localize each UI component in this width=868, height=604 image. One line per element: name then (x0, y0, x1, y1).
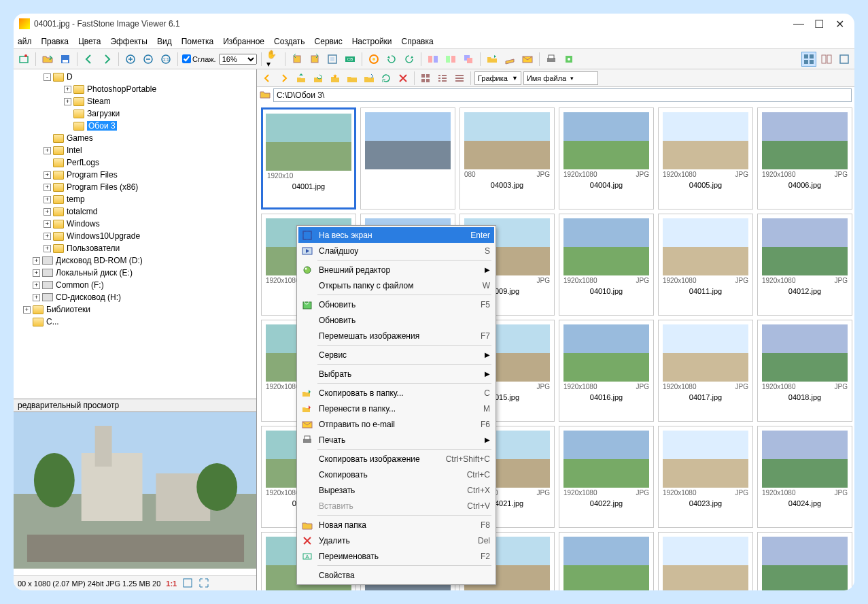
thumbnail[interactable] (559, 532, 654, 590)
mail-icon[interactable] (520, 52, 535, 67)
thumbnail[interactable]: 1920x1080JPG04011.jpg (658, 214, 753, 316)
fav-icon[interactable] (328, 71, 343, 86)
menu-5[interactable]: Пометка (181, 37, 214, 46)
maximize-button[interactable]: ☐ (815, 20, 823, 28)
tree-item[interactable]: +Локальный диск (E:) (14, 267, 256, 279)
menu-9[interactable]: Настройки (352, 37, 392, 46)
ctx-item[interactable]: Скопировать в папку...C (298, 385, 494, 401)
compare-a-icon[interactable] (426, 52, 440, 67)
smooth-checkbox[interactable]: Сглаж. (182, 54, 216, 63)
ctx-item[interactable]: Отправить по e-mailF6 (298, 416, 494, 432)
new-folder-icon[interactable] (345, 71, 360, 86)
thumbnail[interactable] (360, 107, 455, 209)
folder-tree[interactable]: -D+PhotoshopPortable+SteamЗагрузкиОбои 3… (14, 69, 256, 399)
zoom-reset-icon[interactable]: 1:1 (158, 52, 173, 67)
thumbnail[interactable]: 1920x1080JPG04024.jpg (757, 426, 852, 528)
tree-item[interactable]: +CD-дисковод (H:) (14, 291, 256, 303)
tree-item[interactable]: С... (14, 316, 256, 328)
tree-item[interactable]: +temp (14, 193, 256, 205)
menu-6[interactable]: Избранное (223, 37, 264, 46)
menu-8[interactable]: Сервис (315, 37, 343, 46)
fullscreen2-icon[interactable] (198, 577, 209, 590)
menu-7[interactable]: Создать (274, 37, 305, 46)
redo-icon[interactable] (402, 52, 417, 67)
loop-icon[interactable] (379, 71, 394, 86)
tree-item[interactable]: +Дисковод BD-ROM (D:) (14, 254, 256, 267)
close-button[interactable]: ✕ (835, 20, 844, 28)
tree-item[interactable]: Games (14, 132, 256, 144)
copy-folder-icon[interactable] (485, 52, 500, 67)
resize-icon[interactable]: СВ (343, 52, 358, 67)
thumbnail[interactable]: 1920x1080JPG04016.jpg (559, 320, 654, 422)
undo-icon[interactable] (384, 52, 399, 67)
back-icon[interactable] (82, 52, 97, 67)
capture-icon[interactable] (16, 52, 31, 67)
view-dual-icon[interactable] (819, 52, 834, 67)
view-thumbs-icon[interactable] (801, 52, 816, 67)
forward-icon[interactable] (99, 52, 114, 67)
tree-item[interactable]: +Program Files (14, 169, 256, 181)
minimize-button[interactable]: — (795, 20, 803, 28)
ctx-item[interactable]: Новая папкаF8 (298, 517, 494, 533)
nav-back-icon[interactable] (260, 71, 275, 86)
export-folder-icon[interactable] (362, 71, 377, 86)
tree-item[interactable]: +PhotoshopPortable (14, 83, 256, 95)
thumbnail[interactable]: 1920x1080JPG04012.jpg (757, 214, 852, 316)
ctx-item[interactable]: СкопироватьCtrl+C (298, 467, 494, 482)
thumbnail[interactable]: 1920x1080JPG04004.jpg (559, 107, 654, 209)
print-icon[interactable] (544, 52, 559, 67)
color-icon[interactable] (366, 52, 381, 67)
tree-item[interactable]: +Common (F:) (14, 279, 256, 291)
thumbnail[interactable]: 1920x1004001.jpg (261, 107, 356, 209)
menu-0[interactable]: айл (18, 37, 31, 46)
menu-10[interactable]: Справка (402, 37, 434, 46)
menu-1[interactable]: Правка (41, 37, 69, 46)
menu-2[interactable]: Цвета (78, 37, 101, 46)
menu-4[interactable]: Вид (157, 37, 172, 46)
ctx-item[interactable]: На весь экранEnter (298, 227, 494, 243)
tree-item[interactable]: +Библиотеки (14, 303, 256, 316)
rotate-left-icon[interactable] (290, 52, 305, 67)
thumb-large-icon[interactable] (418, 71, 433, 86)
tree-item[interactable]: +Пользователи (14, 242, 256, 254)
filter-type-select[interactable]: Графика▼ (474, 71, 521, 85)
save-icon[interactable] (58, 52, 73, 67)
open-icon[interactable] (40, 52, 55, 67)
menu-3[interactable]: Эффекты (110, 37, 147, 46)
zoom-in-icon[interactable] (123, 52, 138, 67)
ctx-item[interactable]: Внешний редактор▶ (298, 262, 494, 278)
preview-image[interactable] (14, 412, 256, 575)
refresh-folder-icon[interactable] (311, 71, 326, 86)
ctx-item[interactable]: ВырезатьCtrl+X (298, 482, 494, 498)
thumb-list-icon[interactable] (452, 71, 467, 86)
scanner-icon[interactable] (502, 52, 517, 67)
tree-item[interactable]: +Steam (14, 95, 256, 107)
crop-icon[interactable] (325, 52, 340, 67)
ctx-item[interactable]: СлайдшоуS (298, 243, 494, 258)
tree-item[interactable]: PerfLogs (14, 156, 256, 169)
thumbnail[interactable]: 1920x1080JPG04010.jpg (559, 214, 654, 316)
thumbnail[interactable]: 1920x1080JPG04023.jpg (658, 426, 753, 528)
up-icon[interactable] (294, 71, 309, 86)
zoom-select[interactable]: 16% (219, 54, 257, 65)
thumbnail[interactable]: 1920x1080JPG04018.jpg (757, 320, 852, 422)
thumbnail[interactable]: 1920x1080JPG04006.jpg (757, 107, 852, 209)
ctx-item[interactable]: Обновить (298, 312, 494, 328)
ctx-item[interactable]: УдалитьDel (298, 533, 494, 548)
compare-b-icon[interactable] (443, 52, 458, 67)
tree-item[interactable]: +totalcmd (14, 205, 256, 218)
tree-item[interactable]: Обои 3 (14, 120, 256, 132)
tree-item[interactable]: +Intel (14, 144, 256, 156)
batch-icon[interactable] (461, 52, 476, 67)
thumbnail[interactable]: 080JPG04003.jpg (459, 107, 555, 209)
ctx-item[interactable]: Скопировать изображениеCtrl+Shift+C (298, 451, 494, 467)
ctx-item[interactable]: Перемешать изображенияF7 (298, 328, 494, 343)
tree-item[interactable]: +Windows10Upgrade (14, 230, 256, 242)
ctx-item[interactable]: Открыть папку с файломW (298, 278, 494, 293)
ctx-item[interactable]: Печать▶ (298, 432, 494, 448)
path-input[interactable] (273, 88, 852, 102)
ctx-item[interactable]: ОбновитьF5 (298, 297, 494, 312)
thumbnail[interactable] (658, 532, 753, 590)
view-full-icon[interactable] (837, 52, 852, 67)
ctx-item[interactable]: Выбрать▶ (298, 366, 494, 382)
